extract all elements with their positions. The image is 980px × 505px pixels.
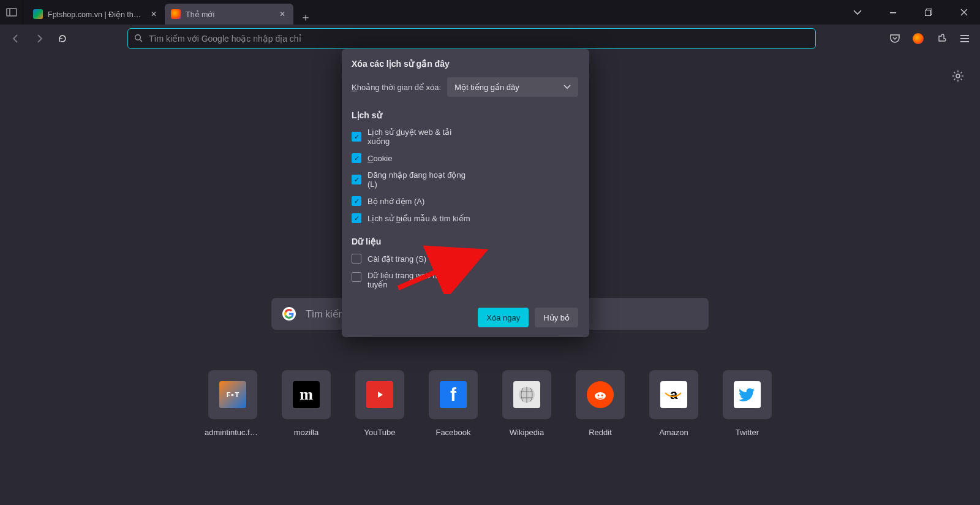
check-cache[interactable]: ✓ Bộ nhớ đệm (A): [352, 196, 474, 206]
svg-point-3: [135, 34, 141, 40]
customize-button[interactable]: [952, 70, 964, 85]
hamburger-icon: [960, 34, 970, 43]
cancel-button[interactable]: Hủy bỏ: [535, 308, 578, 327]
forward-icon: [34, 34, 44, 44]
reddit-icon: [592, 387, 608, 403]
topsite-label: admintintuc.fp…: [205, 428, 261, 437]
chevron-down-icon: [564, 85, 571, 89]
check-offline-data[interactable]: Dữ liệu trang web ngoại tuyến: [352, 271, 474, 289]
check-site-settings[interactable]: Cài đặt trang (S): [352, 254, 474, 264]
check-active-logins[interactable]: ✓ Đăng nhập đang hoạt động (L): [352, 170, 474, 189]
checkbox-icon: ✓: [352, 132, 361, 142]
twitter-icon: [738, 385, 756, 404]
topsite-reddit[interactable]: Reddit: [576, 370, 625, 437]
svg-point-8: [956, 74, 960, 78]
account-button[interactable]: [908, 28, 929, 49]
list-tabs-button[interactable]: [845, 3, 870, 21]
svg-rect-2: [925, 10, 931, 16]
wikipedia-icon: [518, 385, 536, 404]
topsite-label: Twitter: [736, 428, 759, 437]
google-icon: [282, 307, 296, 321]
gear-icon: [952, 70, 964, 82]
tab-label: Fptshop.com.vn | Điện thoại, La: [48, 10, 144, 19]
checkbox-icon: [352, 272, 361, 282]
tab-label: Thẻ mới: [186, 10, 273, 19]
back-button[interactable]: [5, 28, 27, 49]
maximize-button[interactable]: [916, 3, 941, 21]
check-label: Đăng nhập đang hoạt động (L): [368, 170, 474, 189]
topsite-youtube[interactable]: YouTube: [355, 370, 404, 437]
close-icon[interactable]: ✕: [149, 9, 159, 19]
close-icon[interactable]: ✕: [277, 9, 287, 19]
check-label: Cài đặt trang (S): [368, 254, 426, 264]
tile: [723, 370, 772, 419]
fpt-favicon: [33, 9, 43, 19]
svg-rect-0: [890, 12, 896, 13]
time-range-label: Khoảng thời gian để xóa:: [352, 83, 441, 92]
url-input[interactable]: [149, 34, 809, 44]
checkbox-icon: ✓: [352, 153, 361, 163]
window-controls: [845, 0, 980, 25]
forward-button[interactable]: [28, 28, 50, 49]
topsite-label: Amazon: [659, 428, 688, 437]
topsite-facebook[interactable]: f Facebook: [429, 370, 478, 437]
reload-button[interactable]: [51, 28, 74, 49]
check-form-search[interactable]: ✓ Lịch sử biểu mẫu & tìm kiếm: [352, 213, 578, 223]
tile: [502, 370, 551, 419]
checkbox-icon: ✓: [352, 196, 361, 206]
tile: a: [649, 370, 698, 419]
extensions-button[interactable]: [931, 28, 952, 49]
sidebar-icon: [6, 8, 17, 17]
check-label: Lịch sử duyệt web & tải xuống: [368, 127, 474, 146]
clear-history-dialog: Xóa các lịch sử gần đây Khoảng thời gian…: [342, 49, 589, 337]
url-bar[interactable]: [127, 28, 816, 49]
clear-now-button[interactable]: Xóa ngay: [478, 308, 529, 327]
topsite-label: Reddit: [589, 428, 612, 437]
firefox-favicon: [171, 9, 181, 19]
time-range-select[interactable]: Một tiếng gần đây: [447, 77, 578, 97]
tile: [355, 370, 404, 419]
checkbox-icon: ✓: [352, 213, 361, 223]
topsite-wikipedia[interactable]: Wikipedia: [502, 370, 551, 437]
topsite-mozilla[interactable]: m mozilla: [282, 370, 331, 437]
history-heading: Lịch sử: [352, 110, 578, 120]
topsite-amazon[interactable]: a Amazon: [649, 370, 698, 437]
data-checks: Cài đặt trang (S) Dữ liệu trang web ngoạ…: [352, 254, 578, 297]
tile: f: [429, 370, 478, 419]
tile: m: [282, 370, 331, 419]
dialog-title: Xóa các lịch sử gần đây: [352, 59, 578, 69]
app-menu-button[interactable]: [954, 28, 975, 49]
check-browsing-history[interactable]: ✓ Lịch sử duyệt web & tải xuống: [352, 127, 474, 146]
topsite-label: YouTube: [364, 428, 395, 437]
reload-icon: [58, 34, 67, 44]
avatar-icon: [913, 33, 924, 44]
topsite-twitter[interactable]: Twitter: [723, 370, 772, 437]
checkbox-icon: [352, 254, 361, 264]
dialog-buttons: Xóa ngay Hủy bỏ: [352, 308, 578, 327]
pocket-icon: [889, 33, 900, 44]
close-window-button[interactable]: [952, 3, 976, 21]
topsite-admintintuc[interactable]: F∘T admintintuc.fp…: [208, 370, 257, 437]
sidebar-toggle[interactable]: [0, 0, 23, 25]
minimize-button[interactable]: [881, 3, 905, 21]
minimize-icon: [889, 9, 897, 16]
svg-point-12: [601, 395, 603, 397]
toolbar-right: [884, 28, 975, 49]
new-tab-button[interactable]: ＋: [297, 10, 314, 25]
svg-point-11: [598, 395, 600, 397]
check-label: Lịch sử biểu mẫu & tìm kiếm: [368, 214, 470, 223]
svg-rect-6: [960, 38, 969, 39]
svg-rect-5: [960, 35, 969, 36]
history-checks: ✓ Lịch sử duyệt web & tải xuống ✓ Cookie…: [352, 127, 578, 230]
svg-rect-7: [960, 41, 969, 42]
titlebar: Fptshop.com.vn | Điện thoại, La ✕ Thẻ mớ…: [0, 0, 980, 25]
topsite-label: Facebook: [435, 428, 470, 437]
tab-newtab[interactable]: Thẻ mới ✕: [165, 4, 293, 25]
tile: [576, 370, 625, 419]
pocket-button[interactable]: [884, 28, 905, 49]
check-cookies[interactable]: ✓ Cookie: [352, 153, 474, 163]
extension-icon: [936, 33, 947, 44]
tab-strip: Fptshop.com.vn | Điện thoại, La ✕ Thẻ mớ…: [23, 0, 314, 25]
tab-fptshop[interactable]: Fptshop.com.vn | Điện thoại, La ✕: [27, 4, 165, 25]
tile: F∘T: [208, 370, 257, 419]
